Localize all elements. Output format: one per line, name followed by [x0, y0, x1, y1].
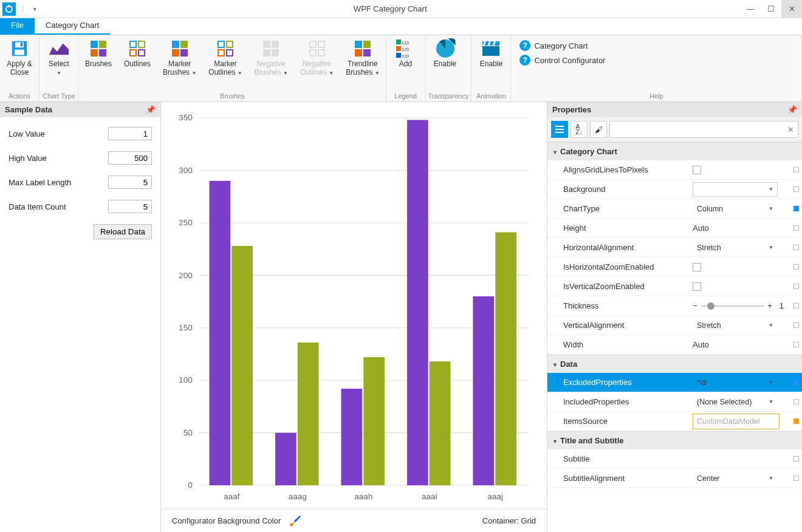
- prop-halign[interactable]: HorizontalAlignmentStretch▼: [547, 238, 802, 257]
- titlebar-left: | ▾: [0, 2, 40, 16]
- trendline-brushes-icon: [353, 39, 372, 58]
- close-button[interactable]: ✕: [781, 0, 802, 18]
- prop-excluded[interactable]: ExcludedProperties*Id▼: [547, 373, 802, 392]
- svg-text:300: 300: [179, 166, 193, 175]
- negative-outlines-button[interactable]: Negative Outlines ▼: [296, 36, 337, 80]
- anim-enable-label: Enable: [480, 60, 502, 68]
- svg-text:aaaf: aaaf: [224, 492, 240, 501]
- svg-marker-6: [49, 44, 69, 55]
- valign-dropdown[interactable]: Stretch▼: [693, 318, 778, 333]
- qat-dropdown[interactable]: ▾: [30, 5, 40, 13]
- select-label: Select: [49, 60, 69, 68]
- reload-data-button[interactable]: Reload Data: [94, 224, 152, 239]
- ribbon-group-help: ?Category Chart ?Control Configurator He…: [511, 35, 802, 101]
- pie-icon: [436, 39, 455, 58]
- svg-rect-35: [363, 357, 385, 485]
- svg-rect-5: [21, 43, 23, 47]
- prop-included[interactable]: IncludedProperties(None Selected)▼: [547, 392, 802, 412]
- group-category-chart[interactable]: Category Chart: [547, 142, 802, 160]
- transparency-enable-button[interactable]: Enable: [428, 36, 462, 70]
- thickness-slider[interactable]: −+1: [693, 301, 784, 310]
- select-charttype-button[interactable]: Select▼: [42, 36, 76, 80]
- property-search[interactable]: ✕: [609, 121, 798, 138]
- outlines-button[interactable]: Outlines: [120, 36, 154, 70]
- alphabetical-view-button[interactable]: AZ↓: [571, 121, 588, 138]
- svg-text:50: 50: [183, 428, 193, 437]
- maximize-button[interactable]: ☐: [761, 0, 781, 18]
- checkbox[interactable]: [693, 263, 701, 271]
- legend-add-button[interactable]: b10 b20 b30 Add: [389, 36, 423, 70]
- itemssource-box[interactable]: CustomDataModel: [693, 414, 780, 429]
- prop-thickness[interactable]: Thickness−+1: [547, 296, 802, 316]
- svg-text:aaag: aaag: [289, 492, 307, 501]
- trendline-brushes-button[interactable]: Trendline Brushes ▼: [342, 36, 383, 80]
- question-icon: ?: [519, 40, 530, 51]
- svg-rect-45: [555, 132, 564, 133]
- minimize-button[interactable]: —: [740, 0, 761, 18]
- categorized-view-button[interactable]: [551, 121, 568, 138]
- charttype-dropdown[interactable]: Column▼: [693, 202, 778, 216]
- group-title-legend: Legend: [389, 91, 423, 101]
- pin-icon[interactable]: 📌: [146, 105, 156, 114]
- prop-aligns[interactable]: AlignsGridLinesToPixels: [547, 160, 802, 180]
- included-dropdown[interactable]: (None Selected)▼: [693, 395, 778, 409]
- prop-width[interactable]: WidthAuto: [547, 335, 802, 355]
- chevron-down-icon: ▼: [375, 70, 380, 76]
- data-item-count-input[interactable]: [108, 200, 152, 213]
- properties-list[interactable]: Category Chart AlignsGridLinesToPixels B…: [547, 142, 802, 532]
- brush-icon[interactable]: 🖌️: [289, 515, 301, 527]
- apply-close-button[interactable]: Apply & Close: [2, 36, 36, 79]
- brushes-button[interactable]: Brushes: [81, 36, 115, 70]
- clear-icon[interactable]: ✕: [787, 125, 794, 134]
- high-value-input[interactable]: [108, 151, 152, 165]
- legend-icon: b10 b20 b30: [396, 39, 416, 58]
- max-label-length-input[interactable]: [108, 176, 152, 189]
- svg-text:aaaj: aaaj: [488, 492, 504, 501]
- prop-hzoom[interactable]: IsHorizontalZoomEnabled: [547, 257, 802, 277]
- prop-valign[interactable]: VerticalAlignmentStretch▼: [547, 316, 802, 335]
- animation-enable-button[interactable]: Enable: [474, 36, 508, 70]
- subalign-dropdown[interactable]: Center▼: [693, 471, 778, 486]
- low-value-label: Low Value: [9, 129, 45, 138]
- window-title: WPF Category Chart: [40, 4, 740, 13]
- prop-height[interactable]: HeightAuto: [547, 219, 802, 238]
- app-icon: [2, 2, 16, 16]
- marker-brushes-button[interactable]: Marker Brushes ▼: [159, 36, 200, 80]
- svg-rect-31: [275, 433, 296, 485]
- qat-separator: |: [22, 4, 24, 13]
- prop-background[interactable]: Background▼: [547, 180, 802, 199]
- group-title-subtitle[interactable]: Title and Subtitle: [547, 431, 802, 449]
- negative-brushes-button[interactable]: Negative Brushes ▼: [251, 36, 292, 80]
- svg-rect-7: [482, 46, 499, 56]
- prop-vzoom[interactable]: IsVerticalZoomEnabled: [547, 277, 802, 296]
- prop-itemssource[interactable]: ItemsSourceCustomDataModel: [547, 412, 802, 431]
- low-value-input[interactable]: [108, 127, 152, 140]
- brush-filter-button[interactable]: 🖌: [590, 121, 607, 138]
- excluded-dropdown[interactable]: *Id▼: [693, 375, 778, 390]
- group-title-brushes: Brushes: [81, 91, 383, 101]
- tab-file[interactable]: File: [0, 18, 35, 35]
- brushes-label: Brushes: [85, 60, 112, 68]
- properties-title: Properties: [552, 105, 591, 114]
- background-dropdown[interactable]: ▼: [693, 182, 778, 197]
- thickness-value: 1: [780, 301, 784, 310]
- svg-rect-44: [555, 129, 564, 130]
- group-data[interactable]: Data: [547, 355, 802, 373]
- help-control-configurator[interactable]: ?Control Configurator: [519, 55, 605, 66]
- properties-panel: Properties 📌 AZ↓ 🖌 ✕ Category Chart Alig…: [547, 102, 802, 532]
- tab-category-chart[interactable]: Category Chart: [35, 18, 110, 35]
- help-category-chart[interactable]: ?Category Chart: [519, 40, 605, 51]
- checkbox[interactable]: [693, 282, 701, 291]
- svg-rect-29: [231, 246, 253, 485]
- checkbox[interactable]: [693, 166, 701, 174]
- pin-icon[interactable]: 📌: [787, 105, 797, 114]
- svg-rect-40: [473, 296, 494, 485]
- svg-rect-41: [495, 232, 516, 485]
- prop-charttype[interactable]: ChartTypeColumn▼: [547, 199, 802, 219]
- prop-subalign[interactable]: SubtitleAlignmentCenter▼: [547, 469, 802, 488]
- marker-outlines-button[interactable]: Marker Outlines ▼: [205, 36, 245, 80]
- svg-rect-28: [210, 181, 231, 485]
- titlebar: | ▾ WPF Category Chart — ☐ ✕: [0, 0, 802, 18]
- prop-subtitle[interactable]: Subtitle: [547, 449, 802, 469]
- halign-dropdown[interactable]: Stretch▼: [693, 240, 778, 255]
